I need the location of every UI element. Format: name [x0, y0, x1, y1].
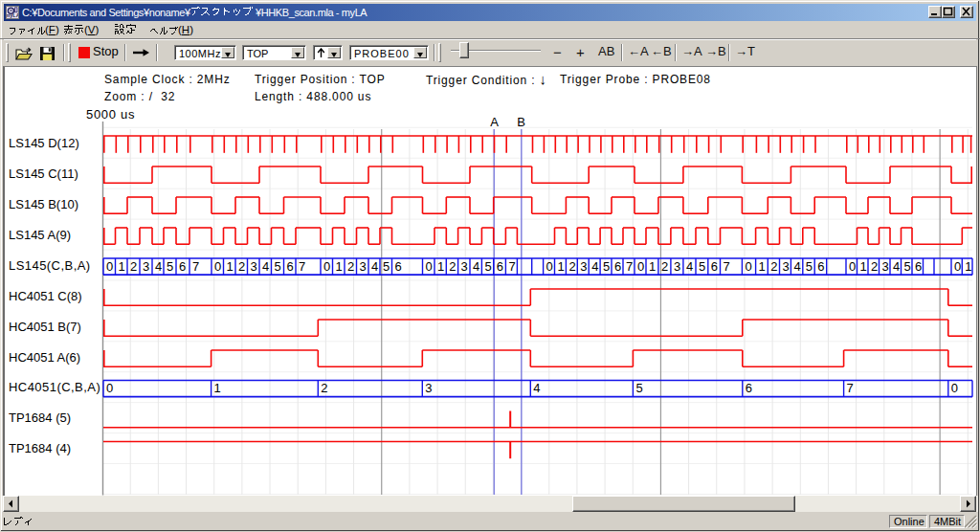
svg-text:3: 3: [882, 259, 889, 274]
svg-text:5: 5: [699, 259, 705, 274]
svg-text:0: 0: [849, 259, 856, 274]
svg-text:TP1684 (5): TP1684 (5): [9, 410, 71, 425]
svg-text:7: 7: [626, 259, 633, 274]
svg-text:2: 2: [238, 259, 245, 274]
svg-text:1: 1: [119, 259, 125, 274]
svg-text:5: 5: [275, 259, 281, 274]
svg-text:4: 4: [371, 259, 378, 274]
svg-text:5: 5: [806, 259, 813, 274]
svg-text:1: 1: [759, 259, 766, 274]
svg-text:1: 1: [558, 259, 565, 274]
svg-text:TP1684 (4): TP1684 (4): [9, 441, 71, 455]
svg-text:7: 7: [192, 259, 199, 274]
svg-text:6: 6: [817, 259, 824, 274]
svg-text:7: 7: [299, 259, 305, 274]
svg-text:3: 3: [783, 259, 790, 274]
svg-text:1: 1: [214, 381, 221, 395]
svg-text:6: 6: [395, 259, 402, 274]
svg-text:4: 4: [591, 259, 598, 274]
svg-text:5: 5: [167, 259, 173, 274]
svg-text:HC4051(C,B,A): HC4051(C,B,A): [9, 380, 100, 394]
svg-text:0: 0: [426, 259, 433, 274]
svg-text:2: 2: [449, 259, 456, 274]
svg-text:6: 6: [915, 259, 922, 274]
svg-text:B: B: [517, 115, 525, 129]
svg-text:2: 2: [347, 259, 354, 274]
svg-text:2: 2: [321, 381, 327, 395]
svg-text:3: 3: [425, 381, 432, 395]
svg-text:HC4051 A(6): HC4051 A(6): [9, 350, 80, 365]
svg-text:2: 2: [130, 259, 137, 274]
svg-text:4: 4: [893, 259, 900, 274]
svg-text:HC4051 C(8): HC4051 C(8): [9, 289, 82, 303]
svg-text:2: 2: [770, 259, 777, 274]
svg-text:2: 2: [661, 259, 668, 274]
svg-text:6: 6: [497, 259, 503, 274]
svg-text:5: 5: [635, 381, 642, 395]
svg-text:1: 1: [649, 259, 656, 274]
svg-text:4: 4: [686, 259, 693, 274]
svg-text:0: 0: [106, 259, 113, 274]
svg-text:1: 1: [336, 259, 343, 274]
svg-text:1: 1: [437, 259, 444, 274]
svg-text:HC4051 B(7): HC4051 B(7): [9, 320, 81, 334]
svg-text:6: 6: [614, 259, 621, 274]
svg-text:LS145 D(12): LS145 D(12): [9, 136, 79, 150]
svg-text:3: 3: [580, 259, 587, 274]
svg-text:5: 5: [383, 259, 390, 274]
svg-text:6: 6: [287, 259, 294, 274]
svg-text:2: 2: [871, 259, 878, 274]
svg-text:0: 0: [954, 259, 961, 274]
svg-text:3: 3: [360, 259, 367, 274]
svg-text:3: 3: [674, 259, 680, 274]
svg-text:0: 0: [546, 259, 553, 274]
svg-text:0: 0: [637, 259, 644, 274]
svg-text:2: 2: [568, 259, 575, 274]
svg-text:4: 4: [793, 259, 800, 274]
svg-text:6: 6: [746, 381, 752, 395]
svg-text:0: 0: [745, 259, 751, 274]
svg-text:1: 1: [860, 259, 867, 274]
svg-text:LS145 B(10): LS145 B(10): [9, 197, 78, 211]
svg-text:A: A: [490, 115, 499, 129]
svg-text:5000 us: 5000 us: [86, 107, 135, 122]
svg-text:LS145 A(9): LS145 A(9): [9, 228, 71, 242]
svg-text:0: 0: [323, 259, 330, 274]
svg-text:1: 1: [227, 259, 234, 274]
svg-text:0: 0: [951, 381, 958, 395]
svg-text:7: 7: [847, 381, 854, 395]
svg-text:4: 4: [533, 381, 540, 395]
svg-text:4: 4: [262, 259, 269, 274]
svg-text:3: 3: [461, 259, 468, 274]
svg-text:0: 0: [214, 259, 221, 274]
svg-text:6: 6: [179, 259, 186, 274]
svg-text:7: 7: [724, 259, 730, 274]
svg-text:5: 5: [603, 259, 610, 274]
svg-text:5: 5: [904, 259, 911, 274]
svg-text:6: 6: [711, 259, 718, 274]
svg-text:1: 1: [965, 259, 971, 274]
svg-text:LS145(C,B,A): LS145(C,B,A): [9, 258, 91, 273]
svg-text:0: 0: [106, 381, 113, 395]
svg-text:3: 3: [143, 259, 149, 274]
svg-text:4: 4: [155, 259, 162, 274]
svg-text:LS145 C(11): LS145 C(11): [9, 166, 78, 181]
svg-text:5: 5: [484, 259, 491, 274]
svg-text:3: 3: [251, 259, 257, 274]
svg-text:7: 7: [508, 259, 515, 274]
svg-text:4: 4: [473, 259, 479, 274]
